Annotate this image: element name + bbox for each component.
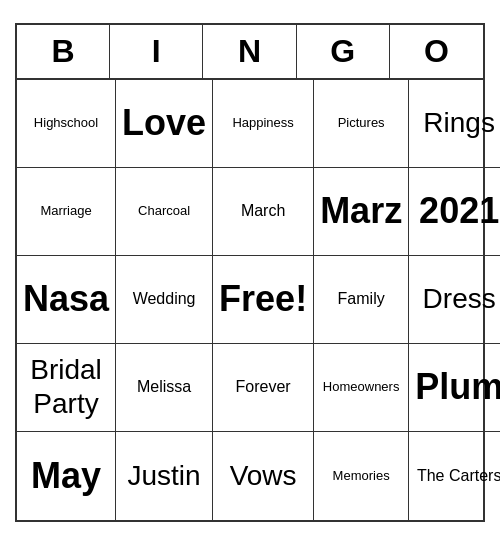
cell-text: Nasa	[23, 277, 109, 320]
cell-text: Forever	[236, 377, 291, 396]
bingo-cell: 2021	[409, 168, 500, 256]
cell-text: Marriage	[40, 203, 91, 219]
bingo-cell: Forever	[213, 344, 314, 432]
bingo-cell: Vows	[213, 432, 314, 520]
bingo-cell: Wedding	[116, 256, 213, 344]
header-letter: I	[110, 25, 203, 78]
header-letter: G	[297, 25, 390, 78]
cell-text: 2021	[419, 189, 499, 232]
bingo-card: BINGO HighschoolLoveHappinessPicturesRin…	[15, 23, 485, 522]
cell-text: Pictures	[338, 115, 385, 131]
bingo-cell: Free!	[213, 256, 314, 344]
bingo-cell: Melissa	[116, 344, 213, 432]
header-letter: O	[390, 25, 483, 78]
cell-text: The Carters	[417, 466, 500, 485]
cell-text: Highschool	[34, 115, 98, 131]
cell-text: Charcoal	[138, 203, 190, 219]
bingo-grid: HighschoolLoveHappinessPicturesRingsMarr…	[17, 80, 483, 520]
cell-text: Family	[338, 289, 385, 308]
bingo-cell: May	[17, 432, 116, 520]
cell-text: Memories	[333, 468, 390, 484]
cell-text: Love	[122, 101, 206, 144]
bingo-cell: Marz	[314, 168, 409, 256]
bingo-cell: Rings	[409, 80, 500, 168]
bingo-cell: Happiness	[213, 80, 314, 168]
cell-text: Happiness	[232, 115, 293, 131]
cell-text: Wedding	[133, 289, 196, 308]
cell-text: Marz	[320, 189, 402, 232]
bingo-cell: Justin	[116, 432, 213, 520]
bingo-cell: Bridal Party	[17, 344, 116, 432]
cell-text: May	[31, 454, 101, 497]
bingo-cell: Homeowners	[314, 344, 409, 432]
bingo-cell: Memories	[314, 432, 409, 520]
bingo-cell: Family	[314, 256, 409, 344]
cell-text: Dress	[423, 282, 496, 316]
bingo-cell: The Carters	[409, 432, 500, 520]
cell-text: Bridal Party	[23, 353, 109, 420]
cell-text: Homeowners	[323, 379, 400, 395]
cell-text: Free!	[219, 277, 307, 320]
bingo-cell: March	[213, 168, 314, 256]
bingo-cell: Plum	[409, 344, 500, 432]
bingo-cell: Dress	[409, 256, 500, 344]
bingo-cell: Marriage	[17, 168, 116, 256]
cell-text: Plum	[415, 365, 500, 408]
cell-text: Vows	[230, 459, 297, 493]
cell-text: Melissa	[137, 377, 191, 396]
bingo-header: BINGO	[17, 25, 483, 80]
bingo-cell: Nasa	[17, 256, 116, 344]
cell-text: Justin	[128, 459, 201, 493]
bingo-cell: Pictures	[314, 80, 409, 168]
header-letter: B	[17, 25, 110, 78]
bingo-cell: Charcoal	[116, 168, 213, 256]
cell-text: Rings	[423, 106, 495, 140]
bingo-cell: Highschool	[17, 80, 116, 168]
header-letter: N	[203, 25, 296, 78]
cell-text: March	[241, 201, 285, 220]
bingo-cell: Love	[116, 80, 213, 168]
